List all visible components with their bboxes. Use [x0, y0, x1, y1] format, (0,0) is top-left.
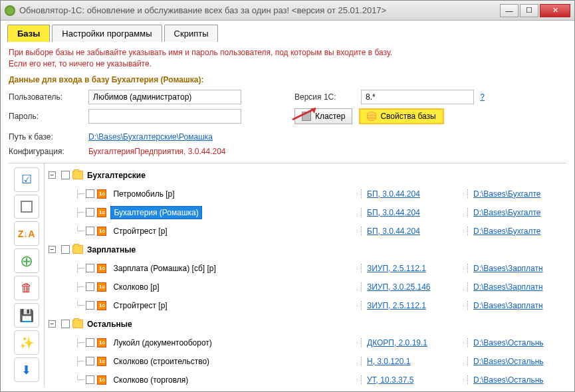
save-button[interactable]: 💾 [14, 303, 39, 328]
path-link[interactable]: D:\Bases\Бухгалте [473, 189, 540, 199]
checkbox[interactable] [86, 357, 94, 365]
tree-item[interactable]: ├─ 1c Лукойл (документооборот) ДКОРП, 2.… [45, 334, 566, 352]
version-link[interactable]: ЗИУП, 3.0.25.146 [367, 282, 431, 292]
save-icon: 💾 [19, 308, 34, 323]
db-1c-icon: 1c [97, 338, 106, 347]
warning-text: При выборе базы не забывайте указывать и… [9, 47, 566, 70]
help-link[interactable]: ? [480, 92, 485, 102]
app-window: Обновлятор-1С: обновление и обслуживание… [0, 0, 575, 392]
maximize-button[interactable]: ☐ [520, 4, 538, 17]
checkbox[interactable] [86, 338, 94, 347]
group-label: Остальные [87, 320, 132, 329]
path-link[interactable]: D:\Bases\Зарплатн [473, 264, 543, 273]
tree-item[interactable]: ├─ 1c Сколково (строительство) Н, 3.0.12… [45, 352, 566, 371]
checkbox[interactable] [86, 375, 94, 384]
checkbox[interactable] [61, 320, 70, 328]
path-link[interactable]: D:\Bases\Зарплатн [473, 301, 543, 310]
tree-item[interactable]: ├─ 1c Петромобиль [р] БП, 3.0.44.204 D:\… [45, 185, 566, 203]
expander-icon[interactable]: − [49, 320, 56, 328]
db-properties-button[interactable]: Свойства базы [359, 108, 443, 124]
checkbox[interactable] [86, 282, 94, 291]
uncheck-all-button[interactable] [14, 195, 39, 219]
tree-item[interactable]: ├─ 1c Зарплата (Ромашка) [сб] [р] ЗИУП, … [45, 259, 566, 278]
password-input[interactable] [88, 109, 241, 124]
item-label: Сколково (строительство) [110, 355, 212, 367]
checkbox[interactable] [86, 189, 94, 198]
expander-icon[interactable]: − [49, 246, 56, 253]
version-link[interactable]: БП, 3.0.44.204 [367, 189, 420, 199]
sort-icon: Z↓A [18, 229, 35, 239]
item-label: Стройтрест [р] [110, 300, 170, 312]
version-input[interactable] [361, 90, 474, 104]
check-all-button[interactable]: ☑ [14, 167, 39, 192]
tab-settings[interactable]: Настройки программы [52, 25, 162, 42]
db-properties-label: Свойства базы [380, 112, 435, 121]
add-button[interactable]: ⊕ [14, 248, 39, 273]
db-1c-icon: 1c [97, 301, 106, 310]
version-link[interactable]: Н, 3.0.120.1 [367, 357, 410, 366]
checkbox[interactable] [86, 208, 94, 217]
path-link[interactable]: D:\Bases\Зарплатн [473, 282, 543, 292]
db-1c-icon: 1c [97, 227, 106, 236]
tree-group[interactable]: − Бухгалтерские [45, 166, 566, 185]
checkbox[interactable] [61, 245, 70, 254]
version-link[interactable]: УТ, 10.3.37.5 [367, 375, 413, 385]
checkbox[interactable] [86, 227, 94, 235]
square-icon [21, 201, 33, 213]
login-form: Пользователь: Версия 1С: ? Пароль: Класт… [9, 90, 566, 124]
plus-icon: ⊕ [20, 252, 33, 270]
tree-item[interactable]: ├─ 1c Сколково [р] ЗИУП, 3.0.25.146 D:\B… [45, 278, 566, 296]
checkbox[interactable] [86, 264, 94, 272]
sort-button[interactable]: Z↓A [14, 221, 39, 246]
main-tabs: Базы Настройки программы Скрипты [1, 21, 574, 42]
path-link[interactable]: D:\Bases\Бухгалте [473, 227, 540, 236]
label-path: Путь к базе: [9, 132, 82, 142]
path-link[interactable]: D:\Bases\Остальнь [473, 375, 544, 385]
delete-button[interactable]: 🗑 [14, 276, 39, 300]
tree-item[interactable]: ├─ 1c Бухалтерия (Ромашка) БП, 3.0.44.20… [45, 203, 566, 222]
content: При выборе базы не забывайте указывать и… [1, 42, 574, 391]
checkbox[interactable] [61, 171, 70, 179]
download-button[interactable]: ⬇ [14, 357, 39, 382]
tab-scripts[interactable]: Скрипты [164, 25, 219, 42]
close-button[interactable]: ✕ [540, 4, 570, 17]
user-input[interactable] [88, 90, 241, 104]
item-label: Сколково (торговля) [110, 374, 191, 386]
db-1c-icon: 1c [97, 189, 106, 199]
cluster-button-label: Кластер [315, 112, 345, 121]
tab-bases[interactable]: Базы [7, 25, 50, 42]
tree-group[interactable]: − Зарплатные [45, 241, 566, 259]
folder-icon [72, 320, 83, 328]
db-1c-icon: 1c [97, 357, 106, 366]
label-user: Пользователь: [9, 92, 82, 102]
checkmark-icon: ☑ [21, 172, 32, 187]
db-tree[interactable]: − Бухгалтерские ├─ 1c Петромобиль [р] БП… [45, 163, 566, 386]
checkbox[interactable] [86, 301, 94, 310]
wizard-button[interactable]: ✨ [14, 330, 39, 355]
tree-group[interactable]: − Остальные [45, 315, 566, 334]
item-label: Бухалтерия (Ромашка) [110, 206, 201, 219]
path-link[interactable]: D:\Bases\Остальнь [473, 357, 544, 366]
cluster-button[interactable]: Кластер [294, 108, 352, 124]
path-link[interactable]: D:\Bases\Бухгалте [473, 208, 540, 217]
db-1c-icon: 1c [97, 375, 106, 385]
download-icon: ⬇ [21, 363, 31, 377]
floppy-icon [302, 112, 311, 121]
group-label: Зарплатные [87, 245, 136, 254]
label-version: Версия 1С: [294, 92, 354, 102]
minimize-button[interactable]: — [500, 4, 518, 17]
version-link[interactable]: ЗИУП, 2.5.112.1 [367, 301, 426, 310]
tree-item[interactable]: └─ 1c Стройтрест [р] БП, 3.0.44.204 D:\B… [45, 222, 566, 241]
path-link[interactable]: D:\Bases\Бухгалтерские\Ромашка [88, 132, 213, 142]
version-link[interactable]: БП, 3.0.44.204 [367, 208, 420, 217]
version-link[interactable]: ДКОРП, 2.0.19.1 [367, 338, 427, 347]
main-area: ☑ Z↓A ⊕ 🗑 💾 ✨ ⬇ − Бухгалтерские [9, 163, 566, 386]
tree-item[interactable]: └─ 1c Сколково (торговля) УТ, 10.3.37.5 … [45, 371, 566, 386]
path-link[interactable]: D:\Bases\Остальнь [473, 338, 544, 347]
expander-icon[interactable]: − [49, 171, 56, 179]
config-value: БухгалтерияПредприятия, 3.0.44.204 [88, 147, 225, 156]
version-link[interactable]: БП, 3.0.44.204 [367, 227, 420, 236]
version-link[interactable]: ЗИУП, 2.5.112.1 [367, 264, 426, 273]
titlebar: Обновлятор-1С: обновление и обслуживание… [1, 1, 574, 21]
tree-item[interactable]: └─ 1c Стройтрест [р] ЗИУП, 2.5.112.1 D:\… [45, 296, 566, 315]
